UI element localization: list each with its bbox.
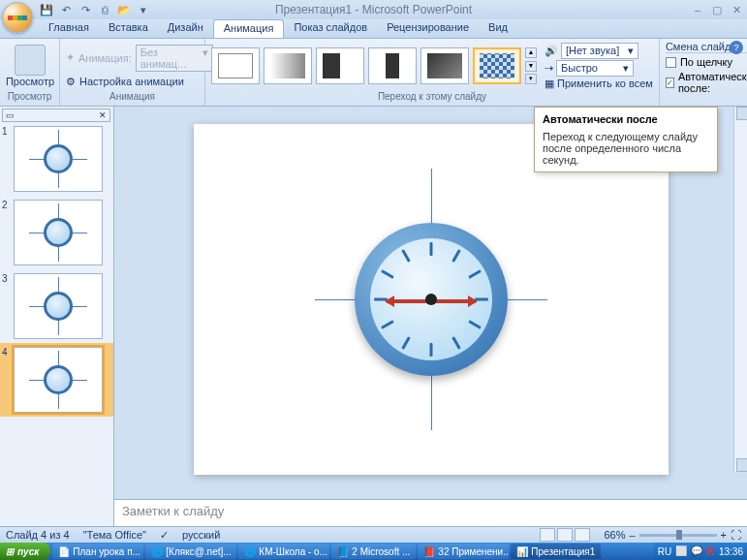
- slideshow-view-icon[interactable]: [575, 528, 590, 542]
- tray-icon[interactable]: ⬜: [675, 545, 687, 557]
- on-click-checkbox[interactable]: [666, 57, 676, 68]
- speed-combo[interactable]: Быстро▾: [556, 60, 634, 77]
- sound-combo[interactable]: [Нет звука]▾: [561, 43, 638, 59]
- tray-lang[interactable]: RU: [658, 546, 671, 557]
- slide-canvas[interactable]: Автоматически после Переход к следующему…: [114, 107, 747, 499]
- preview-button-label: Просмотр: [6, 76, 54, 87]
- tooltip-title: Автоматически после: [543, 113, 709, 125]
- zoom-in-icon[interactable]: +: [721, 529, 727, 541]
- office-button[interactable]: [2, 2, 33, 33]
- transition-reveal[interactable]: [420, 47, 469, 84]
- task-item[interactable]: 📘2 Microsoft ...: [331, 544, 416, 559]
- undo-icon[interactable]: ↶: [58, 2, 74, 17]
- spellcheck-icon[interactable]: ✓: [160, 529, 169, 542]
- auto-after-checkbox[interactable]: ✓: [666, 78, 674, 88]
- ribbon: ? Просмотр Просмотр ✦ Анимация: Без аним…: [0, 39, 747, 107]
- tooltip-body: Переход к следующему слайду после опреде…: [543, 131, 709, 166]
- transition-split[interactable]: [368, 47, 417, 84]
- thumb-2[interactable]: 2: [0, 196, 113, 269]
- slide-thumbnails-pane: 1 2 3 4: [0, 107, 114, 526]
- animation-combo[interactable]: Без анимац...▾: [136, 45, 213, 72]
- thumb-1[interactable]: 1: [0, 122, 113, 196]
- task-item[interactable]: 📕32 Применени...: [418, 544, 509, 559]
- preview-icon: [15, 45, 46, 76]
- tab-review[interactable]: Рецензирование: [377, 19, 479, 38]
- apply-all-icon: ▦: [545, 78, 554, 90]
- sound-icon: 🔊: [545, 45, 558, 57]
- close-pane-icon[interactable]: ✕: [99, 110, 107, 120]
- quick-access-toolbar: 💾 ↶ ↷ ⎙ 📂 ▾: [39, 2, 151, 17]
- zoom-value[interactable]: 66%: [604, 529, 625, 541]
- transition-wipe[interactable]: [316, 47, 364, 84]
- speed-icon: ⇢: [545, 62, 553, 75]
- save-icon[interactable]: 💾: [39, 2, 54, 17]
- help-icon[interactable]: ?: [730, 41, 743, 54]
- group-label-transition: Переход к этому слайду: [211, 91, 653, 104]
- gear-icon: ⚙: [66, 76, 76, 88]
- zoom-slider[interactable]: [639, 534, 717, 537]
- tab-insert[interactable]: Вставка: [99, 19, 158, 38]
- outline-icon[interactable]: ▭: [6, 110, 15, 120]
- language-status[interactable]: русский: [182, 529, 220, 541]
- preview-button[interactable]: Просмотр: [6, 45, 54, 87]
- system-tray: RU ⬜ 💬 K 13:36: [654, 543, 747, 560]
- status-bar: Слайд 4 из 4 "Тема Office" ✓ русский 66%…: [0, 526, 747, 543]
- slide-counter: Слайд 4 из 4: [6, 529, 70, 541]
- notes-pane[interactable]: Заметки к слайду: [114, 499, 747, 526]
- star-icon: ✦: [66, 51, 75, 64]
- task-item[interactable]: 🌐КМ-Школа - о...: [238, 544, 329, 559]
- window-title: Презентация1 - Microsoft PowerPoint: [275, 3, 472, 16]
- restore-button[interactable]: ▢: [710, 4, 724, 16]
- print-icon[interactable]: ⎙: [97, 2, 112, 17]
- close-button[interactable]: ✕: [730, 4, 743, 16]
- vertical-scrollbar[interactable]: [733, 107, 747, 472]
- animation-row: ✦ Анимация: Без анимац...▾: [66, 45, 213, 72]
- task-item[interactable]: 🌐[Клякс@.net]...: [145, 544, 236, 559]
- task-item-active[interactable]: 📊Презентация1: [511, 544, 601, 559]
- transition-none[interactable]: [211, 47, 260, 84]
- redo-icon[interactable]: ↷: [78, 2, 93, 17]
- open-icon[interactable]: 📂: [116, 2, 132, 17]
- auto-after-label: Автоматически после:: [678, 71, 747, 94]
- gallery-down-icon[interactable]: ▼: [525, 61, 537, 72]
- thumb-4[interactable]: 4: [0, 343, 113, 417]
- minimize-button[interactable]: –: [691, 4, 704, 16]
- gallery-more-icon[interactable]: ▾: [525, 74, 537, 84]
- sorter-view-icon[interactable]: [557, 528, 573, 542]
- on-click-label: По щелчку: [680, 56, 732, 68]
- tab-design[interactable]: Дизайн: [158, 19, 213, 38]
- kaspersky-icon[interactable]: K: [706, 544, 715, 558]
- tooltip: Автоматически после Переход к следующему…: [534, 107, 718, 172]
- zoom-out-icon[interactable]: –: [629, 529, 635, 541]
- tab-animation[interactable]: Анимация: [213, 19, 285, 38]
- group-label-animation: Анимация: [66, 91, 199, 104]
- group-label-preview: Просмотр: [6, 91, 53, 104]
- qat-more-icon[interactable]: ▾: [136, 2, 151, 17]
- ribbon-tabs: Главная Вставка Дизайн Анимация Показ сл…: [0, 19, 747, 39]
- custom-animation-button[interactable]: ⚙ Настройка анимации: [66, 76, 184, 88]
- start-button[interactable]: ⊞пуск: [0, 543, 50, 560]
- tab-slideshow[interactable]: Показ слайдов: [284, 19, 377, 38]
- tab-home[interactable]: Главная: [39, 19, 99, 38]
- fit-icon[interactable]: ⛶: [731, 529, 741, 541]
- transition-fade[interactable]: [264, 47, 312, 84]
- tab-view[interactable]: Вид: [479, 19, 517, 38]
- theme-name: "Тема Office": [83, 529, 146, 541]
- transition-dissolve[interactable]: [473, 47, 521, 84]
- gallery-up-icon[interactable]: ▲: [525, 47, 537, 58]
- windows-taskbar: ⊞пуск 📄План урока п... 🌐[Клякс@.net]... …: [0, 543, 747, 560]
- clock-shape[interactable]: [315, 169, 547, 430]
- slides-pane-header: ▭ ✕: [2, 109, 110, 122]
- title-bar: 💾 ↶ ↷ ⎙ 📂 ▾ Презентация1 - Microsoft Pow…: [0, 0, 747, 19]
- tray-clock[interactable]: 13:36: [719, 546, 743, 557]
- task-item[interactable]: 📄План урока п...: [52, 544, 143, 559]
- thumb-3[interactable]: 3: [0, 269, 113, 343]
- current-slide[interactable]: [194, 124, 669, 475]
- transition-gallery[interactable]: ▲ ▼ ▾: [211, 47, 537, 84]
- apply-all-button[interactable]: ▦Применить ко всем: [545, 78, 653, 90]
- normal-view-icon[interactable]: [540, 528, 555, 542]
- tray-icon[interactable]: 💬: [691, 545, 702, 557]
- windows-logo-icon: ⊞: [6, 546, 14, 557]
